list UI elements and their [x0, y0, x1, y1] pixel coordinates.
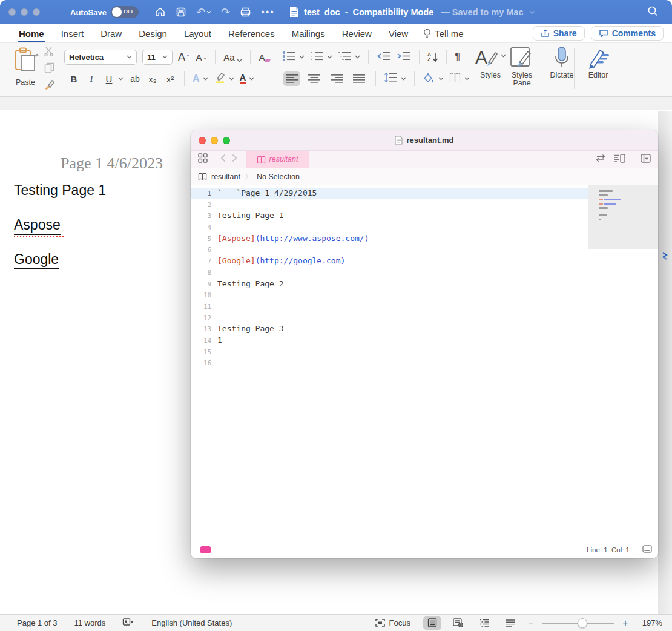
clear-formatting-button[interactable]: A	[259, 52, 265, 62]
document-scrollbar[interactable]	[658, 111, 672, 614]
shrink-font-button[interactable]: A⌃	[196, 52, 208, 62]
zoom-in-button[interactable]: +	[622, 618, 629, 629]
chevron-down-icon[interactable]	[464, 77, 470, 81]
highlight-button[interactable]	[214, 72, 226, 85]
text-effects-button[interactable]: A	[193, 73, 200, 84]
superscript-button[interactable]: x²	[164, 74, 176, 84]
close-button[interactable]	[8, 8, 16, 16]
numbered-list-button[interactable]	[310, 51, 323, 63]
dictate-button[interactable]: Dictate	[545, 47, 579, 79]
format-painter-icon[interactable]	[44, 79, 54, 93]
shading-icon[interactable]	[423, 73, 435, 85]
chevron-down-icon[interactable]	[355, 55, 360, 59]
language-indicator[interactable]: English (United States)	[151, 618, 232, 627]
tab-design[interactable]: Design	[138, 26, 168, 41]
underline-button[interactable]: U	[103, 74, 115, 84]
inspector-icon[interactable]	[613, 154, 625, 165]
tab-references[interactable]: References	[228, 26, 275, 41]
window-pane-icon[interactable]	[642, 544, 652, 555]
justify-button[interactable]	[351, 71, 367, 86]
sort-button[interactable]: AZ	[427, 52, 438, 62]
code-line[interactable]: 6	[191, 244, 588, 256]
swap-arrows-icon[interactable]	[595, 154, 606, 165]
outline-view-icon[interactable]	[475, 616, 493, 630]
focus-toggle[interactable]: Focus	[375, 618, 410, 627]
minimize-button[interactable]	[21, 8, 28, 16]
home-icon[interactable]	[154, 7, 166, 18]
undo-button[interactable]: ↶	[196, 5, 211, 19]
bullet-list-button[interactable]	[282, 51, 295, 63]
code-line[interactable]: 2	[191, 199, 588, 211]
document-link-aspose[interactable]: Aspose	[14, 217, 61, 235]
editor-button[interactable]: Editor	[582, 47, 614, 79]
page-count[interactable]: Page 1 of 3	[17, 618, 58, 627]
multilevel-list-button[interactable]	[338, 51, 351, 63]
draft-view-icon[interactable]	[501, 616, 519, 630]
code-line[interactable]: 15	[191, 346, 588, 358]
font-name-select[interactable]: Helvetica	[64, 50, 137, 65]
code-line[interactable]: 16	[191, 357, 588, 369]
spelling-muted-icon[interactable]	[122, 618, 134, 629]
code-line[interactable]: 10	[191, 289, 588, 301]
align-right-button[interactable]	[328, 71, 345, 86]
tab-insert[interactable]: Insert	[61, 26, 85, 41]
styles-button[interactable]: A Styles	[475, 47, 506, 79]
italic-button[interactable]: I	[85, 74, 97, 84]
indent-icon[interactable]	[397, 51, 411, 63]
redo-button[interactable]: ↷	[221, 5, 230, 19]
code-line[interactable]: 4	[191, 222, 588, 233]
grid-overview-icon[interactable]	[198, 153, 208, 165]
code-line[interactable]: 1` `Page 1 4/29/2015	[191, 188, 588, 199]
chevron-down-icon[interactable]	[229, 77, 234, 81]
split-editor-icon[interactable]	[641, 154, 651, 165]
minimize-button[interactable]	[211, 137, 218, 144]
chevron-down-icon[interactable]	[249, 77, 254, 81]
strikethrough-button[interactable]: ab	[129, 74, 141, 84]
code-line[interactable]: 3Testing Page 1	[191, 210, 588, 222]
share-button[interactable]: Share	[533, 26, 585, 41]
align-left-button[interactable]	[283, 71, 300, 86]
zoom-button[interactable]	[223, 137, 230, 144]
chevron-down-icon[interactable]	[299, 55, 305, 59]
chevron-down-icon[interactable]	[438, 77, 444, 81]
syntax-color-swatch[interactable]	[200, 546, 211, 553]
tab-view[interactable]: View	[388, 26, 409, 41]
tab-home[interactable]: Home	[18, 26, 45, 41]
tab-draw[interactable]: Draw	[100, 26, 122, 41]
document-link-google[interactable]: Google	[14, 251, 59, 269]
minimap[interactable]	[588, 185, 658, 541]
align-center-button[interactable]	[306, 71, 323, 86]
font-size-select[interactable]: 11	[142, 50, 173, 65]
show-paragraph-marks-button[interactable]: ¶	[455, 51, 460, 63]
scroll-marker-icon[interactable]	[662, 251, 668, 261]
grow-font-button[interactable]: A⌃	[178, 51, 191, 64]
code-line[interactable]: 11	[191, 301, 588, 312]
code-editor-area[interactable]: 1` `Page 1 4/29/201523Testing Page 145[A…	[191, 185, 658, 541]
borders-icon[interactable]	[449, 73, 461, 85]
breadcrumb-file[interactable]: resultant	[211, 173, 240, 181]
chevron-down-icon[interactable]	[118, 77, 124, 81]
breadcrumb-selection[interactable]: No Selection	[257, 173, 300, 181]
tab-review[interactable]: Review	[341, 26, 372, 41]
forward-chevron-icon[interactable]	[232, 154, 237, 165]
chevron-down-icon[interactable]	[327, 55, 332, 59]
code-line[interactable]: 8	[191, 267, 588, 279]
chevron-down-icon[interactable]	[529, 10, 535, 15]
font-color-button[interactable]: A	[240, 73, 246, 84]
bold-button[interactable]: B	[68, 74, 80, 84]
comments-button[interactable]: Comments	[591, 26, 664, 41]
code-line[interactable]: 9Testing Page 2	[191, 279, 588, 290]
code-line[interactable]: 13Testing Page 3	[191, 323, 588, 335]
subscript-button[interactable]: x₂	[147, 74, 159, 84]
change-case-button[interactable]: Aa	[223, 52, 242, 62]
zoom-percent[interactable]: 197%	[637, 618, 662, 627]
document-paragraph[interactable]: Testing Page 1	[14, 182, 106, 199]
zoom-slider-knob[interactable]	[578, 618, 587, 628]
search-icon[interactable]	[647, 5, 659, 19]
save-icon[interactable]	[176, 7, 186, 18]
code-line[interactable]: 12	[191, 312, 588, 324]
back-chevron-icon[interactable]	[220, 154, 226, 165]
paste-button[interactable]: Paste	[10, 47, 41, 87]
tab-layout[interactable]: Layout	[183, 26, 212, 41]
chevron-down-icon[interactable]	[401, 77, 406, 81]
